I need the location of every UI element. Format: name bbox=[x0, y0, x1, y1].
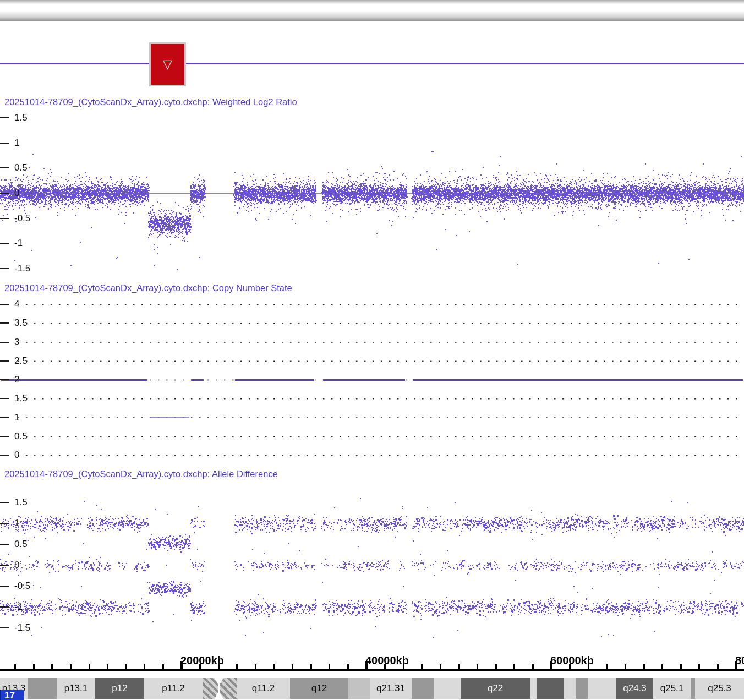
cytoband-label: p13.1 bbox=[64, 683, 88, 694]
ruler-label: 60000kb bbox=[550, 654, 594, 667]
y-tick-label: -1.5 bbox=[14, 263, 30, 274]
ruler-minor-tick bbox=[458, 664, 460, 669]
cytoband-q24.3[interactable]: q24.3 bbox=[616, 678, 653, 699]
ruler-minor-tick bbox=[680, 664, 682, 669]
ruler-minor-tick bbox=[532, 664, 534, 669]
ruler-minor-tick bbox=[255, 664, 256, 669]
chromosome-number-badge: 17 bbox=[0, 690, 24, 700]
chas-genome-browser-view: ▽ 20251014-78709_(CytoScanDx_Array).cyto… bbox=[0, 0, 744, 700]
ruler-minor-tick bbox=[717, 664, 719, 669]
ruler-minor-tick bbox=[513, 664, 515, 669]
ruler-minor-tick bbox=[162, 664, 164, 669]
cytoband-q24.1[interactable] bbox=[576, 678, 588, 699]
ruler-minor-tick bbox=[698, 664, 700, 669]
ruler-minor-tick bbox=[273, 664, 275, 669]
y-tick-label: 0.5 bbox=[14, 539, 28, 550]
y-tick-label: 4 bbox=[14, 299, 19, 310]
y-tick-dash bbox=[0, 544, 9, 545]
cytoband-label: q25.1 bbox=[660, 683, 684, 694]
cytoband-q12[interactable]: q12 bbox=[290, 678, 348, 699]
y-tick-label: 3 bbox=[14, 337, 19, 348]
cytoband-q21.1[interactable] bbox=[348, 678, 370, 699]
y-tick-label: 0 bbox=[14, 188, 19, 199]
ruler-minor-tick bbox=[236, 664, 238, 669]
ruler-minor-tick bbox=[89, 664, 90, 669]
ruler-label: 40000kb bbox=[365, 654, 409, 667]
cytoband-q21.31[interactable]: q21.31 bbox=[370, 678, 412, 699]
y-tick-label: 3.5 bbox=[14, 318, 28, 329]
cytoband-label: p12 bbox=[112, 683, 127, 694]
cytoband-label: q25.3 bbox=[708, 683, 731, 694]
cytoband-q22[interactable]: q22 bbox=[461, 678, 530, 699]
y-tick-label: 1 bbox=[14, 138, 19, 149]
y-tick-dash bbox=[0, 243, 9, 244]
y-tick-dash bbox=[0, 342, 9, 343]
ruler-minor-tick bbox=[144, 664, 145, 669]
ruler-minor-tick bbox=[347, 664, 349, 669]
y-tick-dash bbox=[0, 379, 9, 380]
y-tick-label: 2.5 bbox=[14, 356, 28, 367]
cytoband-q11.2[interactable]: q11.2 bbox=[237, 678, 290, 699]
cytoband-p13.2[interactable] bbox=[28, 678, 57, 699]
cytoband-p11.1[interactable] bbox=[203, 678, 218, 699]
y-tick-dash bbox=[0, 322, 9, 324]
marker-lane-line bbox=[0, 63, 744, 64]
cytoband-q25.2[interactable] bbox=[691, 678, 695, 699]
cytoband-q25.3[interactable]: q25.3 bbox=[695, 678, 744, 699]
ruler-label: 80000kb bbox=[735, 654, 744, 667]
y-tick-dash bbox=[0, 502, 9, 503]
y-tick-dash bbox=[0, 455, 9, 456]
cytoband-label: p11.2 bbox=[162, 683, 184, 694]
ruler-minor-tick bbox=[125, 664, 127, 669]
track-title-allele-difference: 20251014-78709_(CytoScanDx_Array).cyto.d… bbox=[4, 469, 278, 479]
y-tick-label: 1.5 bbox=[14, 393, 28, 404]
cytoband-p11.2[interactable]: p11.2 bbox=[144, 678, 203, 699]
track-title-weighted-log2-ratio: 20251014-78709_(CytoScanDx_Array).cyto.d… bbox=[4, 97, 297, 107]
y-tick-dash bbox=[0, 143, 9, 144]
cytoband-label: q11.2 bbox=[252, 683, 275, 694]
cytoband-q23.3[interactable] bbox=[564, 678, 576, 699]
cytoband-q23.2[interactable] bbox=[537, 678, 564, 699]
y-tick-dash bbox=[0, 117, 9, 118]
y-tick-dash bbox=[0, 436, 9, 437]
ruler-minor-tick bbox=[606, 664, 608, 669]
y-tick-dash bbox=[0, 398, 9, 399]
y-tick-dash bbox=[0, 565, 9, 566]
ruler-minor-tick bbox=[14, 664, 16, 669]
cnv-loss-marker[interactable]: ▽ bbox=[149, 42, 186, 86]
y-tick-label: 0.5 bbox=[14, 162, 28, 173]
y-tick-label: 0.5 bbox=[14, 431, 28, 442]
y-tick-label: -0.5 bbox=[14, 213, 30, 224]
y-tick-dash bbox=[0, 304, 9, 305]
cytoband-q23.1[interactable] bbox=[530, 678, 537, 699]
y-tick-dash bbox=[0, 523, 9, 524]
ruler-minor-tick bbox=[625, 664, 626, 669]
ruler-minor-tick bbox=[310, 664, 312, 669]
ruler-minor-tick bbox=[421, 664, 423, 669]
cytoband-q21.33[interactable] bbox=[434, 678, 461, 699]
cytoband-label: q12 bbox=[311, 683, 327, 694]
y-tick-dash bbox=[0, 627, 9, 628]
cytoband-label: q24.3 bbox=[623, 683, 647, 694]
ruler-minor-tick bbox=[661, 664, 663, 669]
cytoband-label: q21.31 bbox=[376, 683, 405, 694]
y-tick-label: 1 bbox=[14, 412, 19, 423]
track-title-copy-number-state: 20251014-78709_(CytoScanDx_Array).cyto.d… bbox=[4, 283, 292, 293]
y-tick-label: 1.5 bbox=[14, 497, 28, 508]
ruler-minor-tick bbox=[292, 664, 293, 669]
ruler-minor-tick bbox=[477, 664, 478, 669]
cytoband-p13.1[interactable]: p13.1 bbox=[57, 678, 95, 699]
y-tick-label: 1.5 bbox=[14, 112, 28, 123]
cytoband-q21.32[interactable] bbox=[412, 678, 434, 699]
y-tick-dash bbox=[0, 268, 9, 269]
ruler-minor-tick bbox=[495, 664, 497, 669]
ruler-minor-tick bbox=[440, 664, 441, 669]
cytoband-q11.1[interactable] bbox=[220, 678, 237, 699]
cytoband-p12[interactable]: p12 bbox=[95, 678, 144, 699]
triangle-down-icon: ▽ bbox=[163, 58, 172, 70]
chromosome-ideogram[interactable]: p13.3p13.1p12p11.2q11.2q12q21.31q22q24.3… bbox=[0, 678, 744, 699]
cytoband-q24.2[interactable] bbox=[588, 678, 616, 699]
cytoband-q25.1[interactable]: q25.1 bbox=[653, 678, 691, 699]
y-tick-dash bbox=[0, 606, 9, 608]
y-tick-label: -1 bbox=[14, 601, 23, 612]
